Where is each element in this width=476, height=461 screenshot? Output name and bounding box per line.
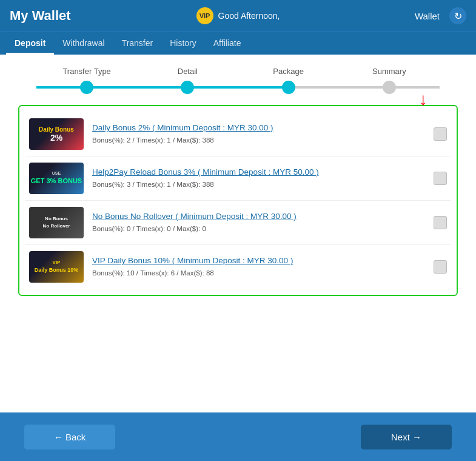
vip-badge: VIP — [196, 7, 213, 24]
bonus-row-3: No Bonus No Rollover No Bonus No Rollove… — [25, 201, 451, 245]
bonus-row-2: USE GET 3% BONUS Help2Pay Reload Bonus 3… — [25, 156, 451, 201]
step-dot-3 — [282, 81, 295, 94]
greeting-text: Good Afternoon, — [218, 11, 280, 21]
step-dot-4 — [383, 81, 396, 94]
bonus-thumb-2: USE GET 3% BONUS — [29, 163, 84, 194]
nav-transfer[interactable]: Transfer — [113, 33, 162, 55]
bonus-info-2: Help2Pay Reload Bonus 3% ( Minimum Depos… — [92, 167, 427, 189]
bonus-meta-1: Bonus(%): 2 / Times(x): 1 / Max($): 388 — [92, 136, 214, 144]
bonus-info-4: VIP Daily Bonus 10% ( Minimum Deposit : … — [92, 256, 427, 278]
footer: ← Back Next → — [0, 412, 476, 461]
thumb-daily-icon: Daily Bonus 2% — [29, 118, 84, 150]
header: My Wallet VIP Good Afternoon, Wallet ↻ — [0, 0, 476, 32]
navigation: Deposit Withdrawal Transfer History Affi… — [0, 32, 476, 55]
thumb-vip-icon: VIP Daily Bonus 10% — [29, 251, 84, 283]
bonus-title-4[interactable]: VIP Daily Bonus 10% ( Minimum Deposit : … — [92, 256, 427, 265]
bonus-info-1: Daily Bonus 2% ( Minimum Deposit : MYR 3… — [92, 123, 427, 145]
bonus-title-3[interactable]: No Bonus No Rollover ( Minimum Deposit :… — [92, 212, 427, 221]
nav-history[interactable]: History — [161, 33, 205, 55]
thumb-nobonus-icon: No Bonus No Rollover — [29, 207, 84, 238]
thumb-help2pay-icon: USE GET 3% BONUS — [29, 163, 84, 194]
bonus-checkbox-2[interactable] — [434, 172, 447, 185]
next-button[interactable]: Next → — [361, 425, 452, 449]
bonus-thumb-3: No Bonus No Rollover — [29, 207, 84, 238]
step-label-4: Summary — [339, 67, 440, 76]
step-label-2: Detail — [137, 67, 238, 76]
wallet-label: Wallet — [415, 11, 440, 21]
package-list: Daily Bonus 2% Daily Bonus 2% ( Minimum … — [18, 105, 458, 296]
bonus-checkbox-4[interactable] — [434, 260, 447, 274]
step-dot-1 — [80, 81, 93, 94]
nav-withdrawal[interactable]: Withdrawal — [54, 33, 113, 55]
refresh-button[interactable]: ↻ — [449, 7, 466, 24]
bonus-row-1: Daily Bonus 2% Daily Bonus 2% ( Minimum … — [25, 112, 451, 156]
nav-deposit[interactable]: Deposit — [6, 33, 54, 55]
stepper-labels: Transfer Type Detail Package Summary — [12, 67, 464, 76]
back-button[interactable]: ← Back — [24, 425, 115, 449]
bonus-title-1[interactable]: Daily Bonus 2% ( Minimum Deposit : MYR 3… — [92, 123, 427, 132]
nav-affiliate[interactable]: Affiliate — [205, 33, 250, 55]
step-label-1: Transfer Type — [36, 67, 137, 76]
bonus-title-2[interactable]: Help2Pay Reload Bonus 3% ( Minimum Depos… — [92, 167, 427, 177]
bonus-thumb-4: VIP Daily Bonus 10% — [29, 251, 84, 283]
bonus-meta-4: Bonus(%): 10 / Times(x): 6 / Max($): 88 — [92, 269, 214, 277]
header-right: Wallet ↻ — [314, 7, 466, 24]
bonus-thumb-1: Daily Bonus 2% — [29, 118, 84, 150]
bonus-meta-2: Bonus(%): 3 / Times(x): 1 / Max($): 388 — [92, 181, 214, 188]
stepper-dots — [36, 81, 440, 94]
step-label-3: Package — [238, 67, 339, 76]
bonus-checkbox-3[interactable] — [434, 216, 447, 229]
main-content: Transfer Type Detail Package Summary ↓ D… — [0, 55, 476, 419]
step-dot-2 — [181, 81, 194, 94]
stepper-track — [12, 81, 464, 94]
arrow-indicator: ↓ — [419, 90, 427, 109]
bonus-info-3: No Bonus No Rollover ( Minimum Deposit :… — [92, 212, 427, 234]
bonus-row-4: VIP Daily Bonus 10% VIP Daily Bonus 10% … — [25, 245, 451, 289]
app-title: My Wallet — [10, 8, 162, 24]
stepper-wrapper: Transfer Type Detail Package Summary ↓ — [12, 67, 464, 105]
bonus-checkbox-1[interactable] — [434, 127, 447, 141]
header-center: VIP Good Afternoon, — [162, 7, 314, 24]
bonus-meta-3: Bonus(%): 0 / Times(x): 0 / Max($): 0 — [92, 225, 206, 232]
